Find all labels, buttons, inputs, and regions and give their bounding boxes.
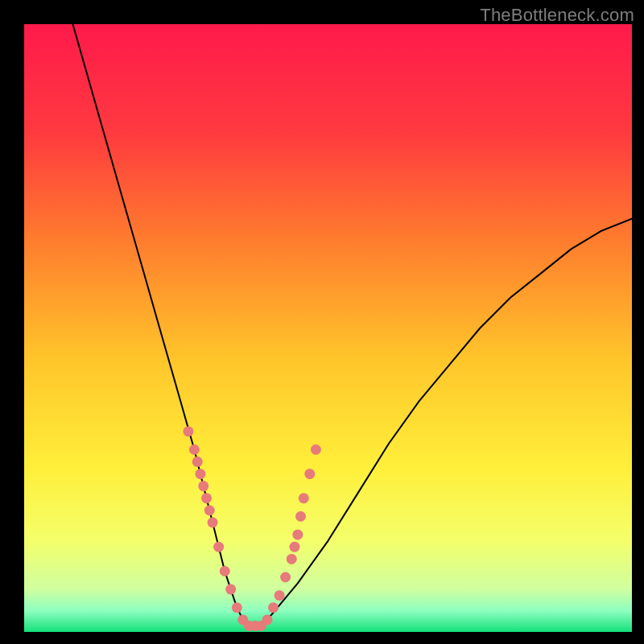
bottleneck-chart [24, 24, 632, 632]
marker-dot [225, 584, 236, 595]
marker-dot [280, 572, 291, 583]
marker-dot [208, 518, 218, 528]
marker-dot [299, 493, 309, 503]
marker-dot [304, 469, 315, 479]
marker-dot [311, 444, 321, 455]
plot-area [24, 24, 632, 632]
chart-frame: TheBottleneck.com [0, 0, 644, 644]
marker-dot [183, 426, 193, 436]
marker-dot [290, 542, 300, 552]
marker-dot [213, 542, 224, 552]
marker-dot [268, 602, 279, 613]
marker-dot [198, 481, 208, 491]
marker-dot [262, 614, 273, 625]
marker-dot [201, 493, 212, 503]
marker-dot [287, 554, 297, 564]
marker-dot [220, 566, 230, 576]
marker-dot [204, 506, 215, 516]
marker-dot [192, 456, 203, 467]
watermark-label: TheBottleneck.com [480, 5, 634, 26]
marker-dot [275, 590, 285, 601]
marker-dot [232, 602, 242, 613]
marker-dot [195, 469, 205, 479]
marker-dot [189, 444, 200, 455]
marker-dot [295, 511, 306, 522]
marker-dot [292, 530, 303, 540]
